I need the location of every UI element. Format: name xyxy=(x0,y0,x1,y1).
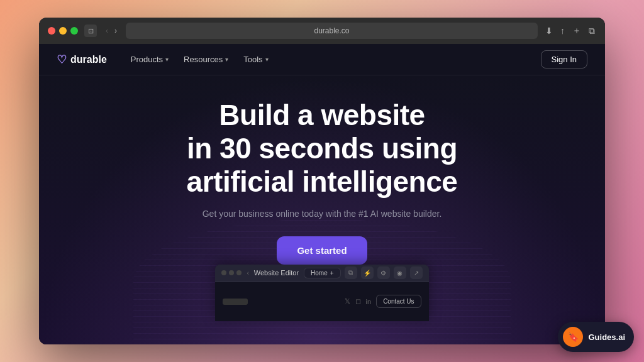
nav-products-label: Products xyxy=(131,55,163,64)
mini-icon-btn-5[interactable]: ↗ xyxy=(410,266,423,279)
mini-tab-home[interactable]: Home + xyxy=(304,268,341,278)
site-nav-links: Products ▾ Resources ▾ Tools ▾ xyxy=(125,51,541,68)
window-btn[interactable]: ⊡ xyxy=(84,25,97,37)
mini-tl-3 xyxy=(236,270,242,275)
site-logo[interactable]: ♡ durable xyxy=(57,53,107,67)
forward-arrow[interactable]: › xyxy=(112,25,119,36)
hero-title-line3: artificial intelligence xyxy=(187,165,458,198)
browser-chrome: ⊡ ‹ › durable.co ⬇ ↑ ＋ ⧉ xyxy=(39,18,605,44)
mini-breadcrumb: Website Editor xyxy=(254,269,299,277)
mini-tl-1 xyxy=(221,270,226,275)
website-content: ♡ durable Products ▾ Resources ▾ Tools ▾… xyxy=(39,44,605,344)
hero-title-line1: Build a website xyxy=(219,99,425,131)
mini-logo-placeholder xyxy=(223,299,248,305)
hero-section: Build a website in 30 seconds using arti… xyxy=(39,75,605,344)
traffic-light-yellow[interactable] xyxy=(59,27,67,35)
logo-icon: ♡ xyxy=(57,53,67,67)
logo-text: durable xyxy=(70,54,107,65)
nav-link-resources[interactable]: Resources ▾ xyxy=(177,51,235,68)
plus-icon: + xyxy=(330,270,334,277)
hero-title-line2: in 30 seconds using xyxy=(187,132,457,165)
sign-in-button[interactable]: Sign In xyxy=(541,50,587,69)
mini-icon-btn-3[interactable]: ⚙ xyxy=(377,266,390,279)
share-icon[interactable]: ↑ xyxy=(559,25,566,37)
mini-icon-btn-1[interactable]: ⧉ xyxy=(345,266,357,279)
mini-browser-content: 𝕏 ◻ in Contact Us xyxy=(215,282,428,321)
mini-contact-button[interactable]: Contact Us xyxy=(376,295,421,308)
mini-tab-label: Home xyxy=(311,270,328,277)
nav-link-products[interactable]: Products ▾ xyxy=(125,51,175,68)
twitter-icon[interactable]: 𝕏 xyxy=(345,297,350,305)
add-tab-icon[interactable]: ＋ xyxy=(571,24,582,38)
chevron-down-icon: ▾ xyxy=(165,56,169,63)
browser-actions: ⬇ ↑ ＋ ⧉ xyxy=(544,24,596,38)
traffic-lights xyxy=(48,27,78,35)
guides-badge[interactable]: 🔖 Guides.ai xyxy=(558,322,634,352)
traffic-light-red[interactable] xyxy=(48,27,55,35)
tabs-icon[interactable]: ⧉ xyxy=(587,25,596,38)
mini-browser-chrome: ‹ Website Editor Home + ⧉ ⚡ ⚙ ◉ ↗ xyxy=(215,265,428,282)
hero-title: Build a website in 30 seconds using arti… xyxy=(187,99,458,199)
mini-social-icons: 𝕏 ◻ in Contact Us xyxy=(345,295,421,308)
mini-back-icon[interactable]: ‹ xyxy=(247,270,248,277)
mini-icon-btn-2[interactable]: ⚡ xyxy=(361,266,374,279)
guides-badge-icon: 🔖 xyxy=(563,327,583,347)
nav-resources-label: Resources xyxy=(184,55,223,64)
nav-arrows: ‹ › xyxy=(103,25,119,36)
nav-tools-label: Tools xyxy=(243,55,262,64)
back-arrow[interactable]: ‹ xyxy=(103,25,111,36)
mini-tl-2 xyxy=(229,270,234,275)
address-text: durable.co xyxy=(314,26,349,35)
mini-traffic-lights xyxy=(221,270,242,275)
guides-badge-text: Guides.ai xyxy=(588,332,625,342)
mini-icon-btn-4[interactable]: ◉ xyxy=(394,266,406,279)
linkedin-icon[interactable]: in xyxy=(366,298,372,305)
cta-button[interactable]: Get started xyxy=(277,236,367,265)
hero-subtitle: Get your business online today with the … xyxy=(203,209,442,219)
address-bar[interactable]: durable.co xyxy=(126,23,538,39)
traffic-light-green[interactable] xyxy=(70,27,78,35)
browser-window: ⊡ ‹ › durable.co ⬇ ↑ ＋ ⧉ ♡ durable Produ… xyxy=(39,18,605,344)
chevron-down-icon: ▾ xyxy=(265,56,269,63)
site-nav: ♡ durable Products ▾ Resources ▾ Tools ▾… xyxy=(39,44,605,75)
mini-tab-bar: Home + ⧉ ⚡ ⚙ ◉ ↗ xyxy=(304,266,423,279)
nav-link-tools[interactable]: Tools ▾ xyxy=(237,51,274,68)
chevron-down-icon: ▾ xyxy=(225,56,228,63)
instagram-icon[interactable]: ◻ xyxy=(355,297,361,305)
download-icon[interactable]: ⬇ xyxy=(544,25,554,37)
mini-browser: ‹ Website Editor Home + ⧉ ⚡ ⚙ ◉ ↗ xyxy=(215,265,428,321)
